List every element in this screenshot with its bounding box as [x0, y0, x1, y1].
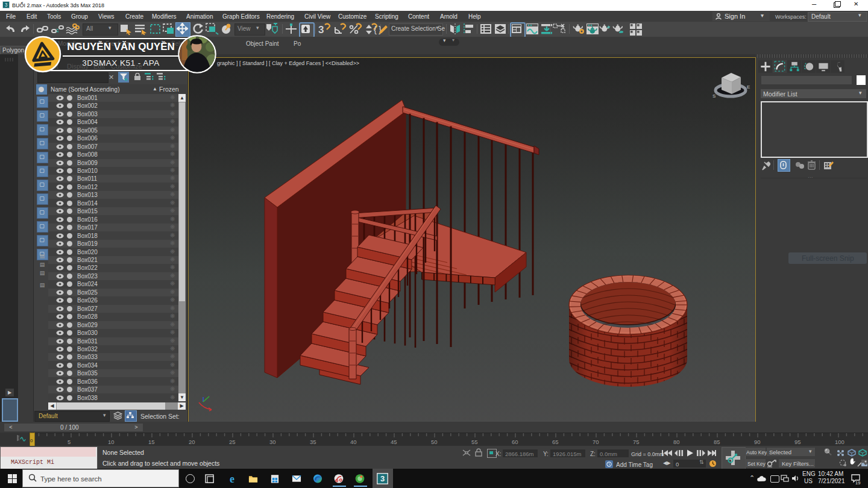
svg-text:e: e: [230, 474, 234, 484]
svg-text:3: 3: [380, 474, 385, 483]
